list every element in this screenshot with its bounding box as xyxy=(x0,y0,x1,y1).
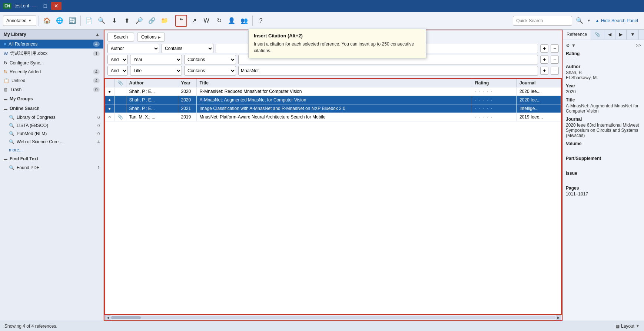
col-clip[interactable]: 📎 xyxy=(114,79,126,87)
search-button[interactable]: Search xyxy=(107,33,134,41)
sidebar-item-trash[interactable]: 🗑 Trash 0 xyxy=(0,85,103,94)
search-field-3[interactable]: Title Author Year xyxy=(130,66,182,76)
row-year: 2020 xyxy=(178,87,196,96)
hide-search-panel-button[interactable]: ▲ Hide Search Panel xyxy=(592,18,641,23)
search-add-3[interactable]: + xyxy=(540,67,548,75)
search-logic-3[interactable]: And Or xyxy=(107,66,128,76)
person-icon[interactable]: 👤 xyxy=(226,15,238,27)
help-icon[interactable]: ? xyxy=(255,15,267,27)
table-row[interactable]: ● Shah, P.; E... 2020 R-MnasNet: Reduced… xyxy=(105,87,561,96)
recently-added-icon: ↻ xyxy=(4,69,7,74)
search-add-1[interactable]: + xyxy=(540,44,548,53)
search-field-2[interactable]: Year Author Title xyxy=(130,55,182,64)
options-button[interactable]: Options ▶ xyxy=(137,33,165,41)
search-condition-1[interactable]: Contains xyxy=(162,44,213,53)
close-button[interactable]: ✕ xyxy=(51,2,62,10)
sidebar-item-found-pdf[interactable]: 🔍 Found PDF 1 xyxy=(0,164,103,172)
unfiled-icon: 📋 xyxy=(4,78,9,83)
find-ref-icon[interactable]: 🔍 xyxy=(96,15,107,27)
configure-sync-label: Configure Sync... xyxy=(10,60,44,66)
magnify-icon[interactable]: 🔎 xyxy=(133,15,145,27)
sync-icon[interactable]: 🔄 xyxy=(66,15,78,27)
search-logic-2[interactable]: And Or xyxy=(107,55,128,64)
search-field-1[interactable]: Author Title Year xyxy=(107,44,159,53)
tab-nav-forward[interactable]: ▶ xyxy=(615,30,627,40)
rating-label: Rating xyxy=(566,51,641,56)
folder-icon[interactable]: 📁 xyxy=(159,15,170,27)
sidebar-item-configure-sync[interactable]: ↻ Configure Sync... xyxy=(0,58,103,67)
word-icon[interactable]: W xyxy=(200,15,212,27)
rating-dot-5[interactable]: · xyxy=(576,57,577,61)
layout-button[interactable]: ▦ Layout ▼ xyxy=(615,324,640,329)
col-rating[interactable]: Rating xyxy=(472,79,517,87)
more-online-search[interactable]: more... xyxy=(0,146,103,154)
col-dot[interactable] xyxy=(105,79,114,87)
find-full-text-section[interactable]: ▬ Find Full Text xyxy=(0,154,103,164)
search-remove-3[interactable]: − xyxy=(551,67,559,75)
horizontal-scrollbar[interactable]: ◀ ▶ xyxy=(104,315,562,320)
download-icon[interactable]: ⬇ xyxy=(108,15,120,27)
scroll-right-arrow[interactable]: ▶ xyxy=(556,315,561,320)
sidebar-item-all-references[interactable]: ■ All References 4 xyxy=(0,40,103,49)
search-condition-2[interactable]: Contains xyxy=(184,55,236,64)
link-icon[interactable]: 🔗 xyxy=(146,15,158,27)
col-journal[interactable]: Journal xyxy=(517,79,561,87)
style-dropdown[interactable]: Annotated ▼ xyxy=(3,16,36,26)
upload-icon[interactable]: ⬆ xyxy=(121,15,133,27)
table-row[interactable]: ● Shah, P.; E... 2020 A-MnasNet: Augment… xyxy=(105,96,561,104)
references-table-container[interactable]: 📎 Author Year Title Rating Journal ● Sha… xyxy=(104,78,562,315)
right-panel: Reference 📎 ◀ ▶ ▼ ⚙ ▼ >> Rating · · · · … xyxy=(562,30,644,321)
detail-gear-button[interactable]: ⚙ ▼ >> xyxy=(566,43,641,48)
col-title[interactable]: Title xyxy=(196,79,472,87)
scroll-left-arrow[interactable]: ◀ xyxy=(105,315,110,320)
tab-nav-back[interactable]: ◀ xyxy=(604,30,615,40)
new-ref-icon[interactable]: 📄 xyxy=(83,15,95,27)
table-row[interactable]: ○ 📎 Tan, M. X.; ... 2019 MnasNet: Platfo… xyxy=(105,113,561,121)
rating-dot-3[interactable]: · xyxy=(571,57,572,61)
tab-menu[interactable]: ▼ xyxy=(627,30,639,40)
export-icon[interactable]: ↗ xyxy=(188,15,200,27)
search-remove-2[interactable]: − xyxy=(551,56,559,64)
pages-field-value: 1011–1017 xyxy=(566,191,641,197)
scroll-track[interactable] xyxy=(110,316,556,319)
quick-search-input[interactable] xyxy=(513,16,572,26)
rating-dot-1[interactable]: · xyxy=(566,57,567,61)
panel-expand-icon[interactable]: >> xyxy=(636,43,641,48)
options-arrow: ▶ xyxy=(158,35,161,39)
my-groups-section[interactable]: ▬ My Groups xyxy=(0,94,103,104)
search-condition-3[interactable]: Contains xyxy=(184,66,236,76)
quick-search-button[interactable]: 🔍 xyxy=(574,15,585,27)
sidebar-item-recently-added[interactable]: ↻ Recently Added 4 xyxy=(0,67,103,76)
scroll-thumb[interactable] xyxy=(111,316,141,319)
tab-reference[interactable]: Reference xyxy=(563,30,591,40)
sidebar-item-library-of-congress[interactable]: 🔍 Library of Congress 0 xyxy=(0,113,103,121)
sidebar-collapse-arrow[interactable]: ▲ xyxy=(95,32,100,37)
minimize-button[interactable]: ─ xyxy=(29,2,39,10)
references-table: 📎 Author Year Title Rating Journal ● Sha… xyxy=(105,79,561,121)
layout-label: Layout xyxy=(621,324,634,329)
library-icon[interactable]: 🏠 xyxy=(41,15,53,27)
online-search-section[interactable]: ▬ Online Search xyxy=(0,104,103,113)
tab-attachment[interactable]: 📎 xyxy=(591,30,604,40)
find-full-text-collapse-icon: ▬ xyxy=(4,157,7,161)
sidebar-item-pubmed[interactable]: 🔍 PubMed (NLM) 0 xyxy=(0,130,103,138)
col-year[interactable]: Year xyxy=(178,79,196,87)
search-value-3[interactable] xyxy=(238,66,538,76)
rating-dot-2[interactable]: · xyxy=(568,57,570,61)
track-icon[interactable]: ↻ xyxy=(213,15,225,27)
sidebar-item-unfiled[interactable]: 📋 Unfiled 4 xyxy=(0,76,103,85)
sidebar-item-lista[interactable]: 🔍 LISTA (EBSCO) 0 xyxy=(0,121,103,130)
group-icon[interactable]: 👥 xyxy=(238,15,250,27)
col-author[interactable]: Author xyxy=(126,79,178,87)
search-options-arrow[interactable]: ▼ xyxy=(587,19,591,23)
search-remove-1[interactable]: − xyxy=(551,44,559,53)
cite-button[interactable]: ❝ xyxy=(175,15,187,27)
sidebar-item-docx[interactable]: W 尝试试用引用.docx 1 xyxy=(0,49,103,58)
sidebar-item-web-of-science[interactable]: 🔍 Web of Science Core ... 4 xyxy=(0,138,103,146)
search-add-2[interactable]: + xyxy=(540,56,548,64)
web-icon[interactable]: 🌐 xyxy=(54,15,66,27)
table-row[interactable]: ● Shah, P.; E... 2021 Image Classificati… xyxy=(105,104,561,113)
all-refs-label: All References xyxy=(9,41,37,47)
rating-dot-4[interactable]: · xyxy=(573,57,574,61)
maximize-button[interactable]: □ xyxy=(40,2,50,10)
